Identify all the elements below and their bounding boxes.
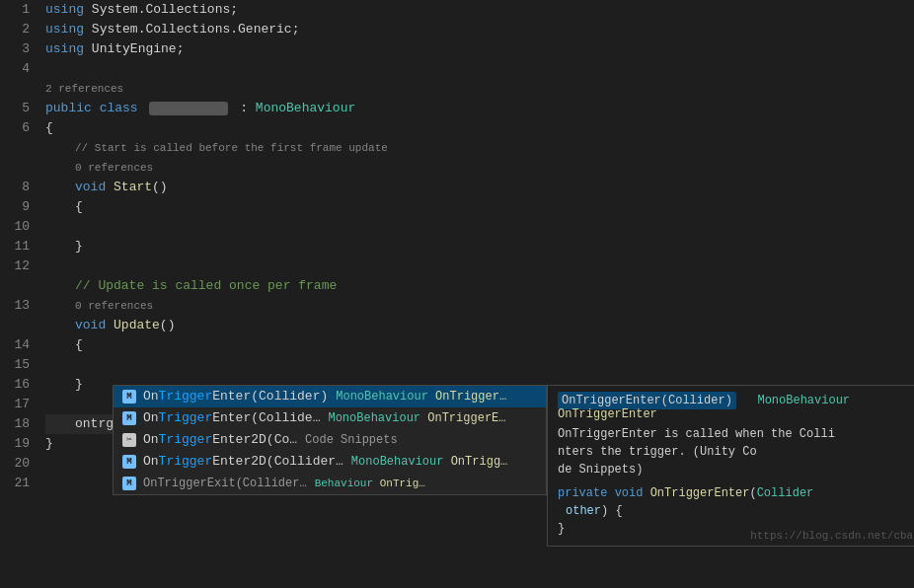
ln-cmt-ref [0, 138, 30, 158]
ac-icon-0: M [121, 389, 137, 404]
ac-detail-3: MonoBehaviour OnTrigg… [351, 451, 507, 473]
line-numbers: 1 2 3 4 5 6 8 9 10 11 12 13 14 15 16 17 … [0, 0, 38, 588]
autocomplete-item-3[interactable]: M OnTriggerEnter2D(Collider… MonoBehavio… [114, 451, 546, 473]
ln-cmt [0, 158, 30, 178]
ln-14-ref [0, 316, 30, 335]
tooltip-sig-fn: OnTriggerEnter [558, 407, 657, 421]
ln-12: 12 [0, 257, 30, 276]
ln-18: 18 [0, 414, 30, 434]
ln-17: 17 [0, 395, 30, 414]
ac-label-4: OnTriggerExit(Collider… [143, 473, 307, 494]
code-line-12 [45, 257, 914, 276]
code-line-cmt-ref: // Start is called before the first fram… [45, 138, 914, 158]
ln-6: 6 [0, 118, 30, 138]
ln-20: 20 [0, 454, 30, 474]
ln-8: 8 [0, 178, 30, 197]
code-line-0ref: 0 references [45, 158, 914, 178]
ac-detail-0: MonoBehaviour OnTrigger… [336, 386, 506, 407]
autocomplete-item-4[interactable]: M OnTriggerExit(Collider… Behaviour OnTr… [114, 473, 546, 494]
ln-5: 5 [0, 99, 30, 118]
code-line-8: void Start() [45, 178, 914, 197]
ac-detail-4: Behaviour OnTrig… [315, 473, 425, 494]
ac-icon-4: M [121, 476, 137, 491]
tooltip-description: OnTriggerEnter is called when the Colli … [558, 425, 914, 478]
ln-3: 3 [0, 39, 30, 59]
ln-15: 15 [0, 355, 30, 375]
ln-11: 11 [0, 237, 30, 257]
code-line-15: { [45, 335, 914, 355]
ln-10: 10 [0, 217, 30, 237]
ac-icon-box-3: M [122, 455, 136, 469]
ac-icon-box-1: M [122, 411, 136, 425]
code-area: using System.Collections; using System.C… [38, 0, 914, 588]
autocomplete-item-1[interactable]: M OnTriggerEnter(Collide… MonoBehaviour … [114, 407, 546, 429]
ac-icon-2: ✂ [121, 432, 137, 448]
ac-detail-2: Code Snippets [305, 429, 398, 451]
ln-16: 16 [0, 375, 30, 395]
ac-label-1: OnTriggerEnter(Collide… [143, 407, 320, 429]
tooltip-signature: OnTriggerEnter(Collider) MonoBehaviour O… [558, 394, 914, 421]
code-line-0ref2: 0 references [45, 296, 914, 316]
ac-icon-box-4: M [122, 477, 136, 490]
code-line-14: void Update() [45, 316, 914, 335]
ln-9: 9 [0, 197, 30, 217]
ln-1: 1 [0, 0, 30, 20]
ac-detail-1: MonoBehaviour OnTriggerE… [328, 407, 505, 429]
code-line-ref2: 2 references [45, 79, 914, 99]
tooltip-watermark: https://blog.csdn.net/cbaili [750, 530, 914, 542]
code-line-4 [45, 59, 914, 79]
ln-2: 2 [0, 20, 30, 39]
code-line-3: using UnityEngine; [45, 39, 914, 59]
autocomplete-item-0[interactable]: M OnTriggerEnter(Collider) MonoBehaviour… [114, 386, 546, 407]
ac-icon-3: M [121, 454, 137, 470]
autocomplete-item-2[interactable]: ✂ OnTriggerEnter2D(Co… Code Snippets [114, 429, 546, 451]
ac-icon-box-0: M [122, 390, 136, 404]
code-line-6: { [45, 118, 914, 138]
ln-13: 13 [0, 296, 30, 316]
ln-19: 19 [0, 434, 30, 454]
code-line-2: using System.Collections.Generic; [45, 20, 914, 39]
ln-13-ref [0, 276, 30, 296]
ln-14: 14 [0, 335, 30, 355]
code-line-9: { [45, 197, 914, 217]
code-line-update-cmt: // Update is called once per frame [45, 276, 914, 296]
code-line-16 [45, 355, 914, 375]
code-line-1: using System.Collections; [45, 0, 914, 20]
ln-21: 21 [0, 474, 30, 493]
code-line-11: } [45, 237, 914, 257]
code-line-5: public class : MonoBehaviour [45, 99, 914, 118]
ac-icon-box-2: ✂ [122, 433, 136, 447]
code-editor: 1 2 3 4 5 6 8 9 10 11 12 13 14 15 16 17 … [0, 0, 914, 588]
ac-label-0: OnTriggerEnter(Collider) [143, 386, 328, 407]
ac-icon-1: M [121, 410, 137, 426]
code-line-10 [45, 217, 914, 237]
tooltip-sig-type: MonoBehaviour [757, 394, 850, 407]
ac-label-2: OnTriggerEnter2D(Co… [143, 429, 297, 451]
tooltip-panel: ✕ OnTriggerEnter(Collider) MonoBehaviour… [547, 385, 914, 547]
ln-ref [0, 79, 30, 99]
ln-4: 4 [0, 59, 30, 79]
autocomplete-dropdown[interactable]: M OnTriggerEnter(Collider) MonoBehaviour… [113, 385, 547, 495]
ac-label-3: OnTriggerEnter2D(Collider… [143, 451, 343, 473]
